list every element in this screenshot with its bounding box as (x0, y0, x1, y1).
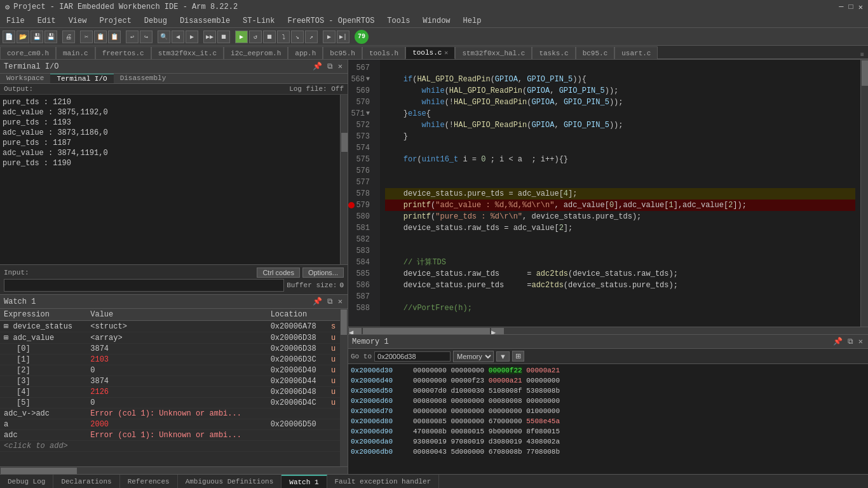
code-line[interactable]: for(uint16_t i = 0 ; i < a ; i++){} (385, 154, 855, 165)
window-controls[interactable]: ─ □ ✕ (839, 3, 863, 12)
tab-usart[interactable]: usart.c (614, 46, 658, 59)
stop-btn[interactable]: ⏹ (217, 30, 230, 43)
ctrl-codes-btn[interactable]: Ctrl codes (257, 268, 300, 278)
minimize-btn[interactable]: ─ (839, 3, 843, 12)
watch-row[interactable]: [3]38740x20006D44u (0, 376, 340, 387)
debug-step-over-btn[interactable]: ⤵ (277, 30, 290, 43)
code-line[interactable] (385, 142, 855, 154)
watch-row[interactable]: [1]21030x20006D3Cu (0, 355, 340, 365)
code-hscroll-thumb[interactable] (363, 328, 490, 334)
code-line[interactable]: device_status.raw_tds = adc_value[2]; (385, 222, 855, 234)
tab-debug-log[interactable]: Debug Log (0, 475, 53, 489)
code-vscroll[interactable] (860, 60, 868, 327)
tab-core-cm0[interactable]: core_cm0.h (0, 46, 56, 59)
watch-hscroll[interactable] (0, 466, 348, 474)
menu-window[interactable]: Window (416, 15, 456, 27)
tab-bc95c[interactable]: bc95.c (576, 46, 615, 59)
code-line[interactable]: //vPortFree(h); (385, 302, 855, 314)
code-line[interactable] (385, 234, 855, 245)
new-file-btn[interactable]: 📄 (3, 30, 15, 43)
memory-type-select[interactable]: Memory (453, 351, 494, 362)
paste-btn[interactable]: 📋 (108, 30, 121, 43)
code-line[interactable]: if(HAL_GPIO_ReadPin(GPIOA, GPIO_PIN_5)){ (385, 74, 855, 85)
watch-row[interactable]: adcError (col 1): Unknown or ambi... (0, 430, 340, 441)
tab-stm32-it[interactable]: stm32f0xx_it.c (151, 46, 224, 59)
code-line[interactable]: device_status.pure_tds =adc2tds(device_s… (385, 280, 855, 291)
redo-btn[interactable]: ↪ (140, 30, 153, 43)
debug-run-btn[interactable]: ▶ (323, 30, 336, 43)
watch-row[interactable]: adc_v->adcError (col 1): Unknown or ambi… (0, 409, 340, 419)
code-line[interactable]: while(HAL_GPIO_ReadPin(GPIOA, GPIO_PIN_5… (385, 85, 855, 97)
menu-disassemble[interactable]: Disassemble (173, 15, 236, 27)
tab-tasks[interactable]: tasks.c (532, 46, 575, 59)
watch-row[interactable]: [4]21260x20006D48u (0, 387, 340, 398)
menu-debug[interactable]: Debug (138, 15, 173, 27)
watch-row[interactable]: ⊞ device_status<struct>0x20006A78s (0, 321, 340, 332)
memory-address-input[interactable] (374, 351, 451, 362)
options-btn[interactable]: Options... (302, 268, 344, 278)
print-btn[interactable]: 🖨 (62, 30, 75, 43)
save-btn[interactable]: 💾 (31, 30, 43, 43)
code-line[interactable]: printf("adc_value : %d,%d,%d\r\n", adc_v… (385, 200, 855, 211)
terminal-float-btn[interactable]: ⧉ (326, 62, 334, 71)
terminal-pin-btn[interactable]: 📌 (311, 62, 323, 71)
tab-tools-h[interactable]: tools.h (362, 46, 405, 59)
menu-project[interactable]: Project (93, 15, 137, 27)
tab-disassembly[interactable]: Disassembly (114, 74, 173, 83)
code-line[interactable]: } (385, 131, 855, 142)
watch-row[interactable]: ⊞ adc_value<array>0x20006D38u (0, 332, 340, 344)
menu-file[interactable]: File (0, 15, 31, 27)
menu-stlink[interactable]: ST-Link (236, 15, 281, 27)
tab-workspace[interactable]: Workspace (0, 74, 50, 83)
nav-back-btn[interactable]: ◀ (172, 30, 184, 43)
watch-close-btn[interactable]: ✕ (337, 297, 344, 306)
watch-row[interactable]: a20000x20006D50 (0, 419, 340, 430)
tab-watch1[interactable]: Watch 1 (281, 475, 327, 489)
code-line[interactable]: while(!HAL_GPIO_ReadPin(GPIOA, GPIO_PIN_… (385, 97, 855, 108)
debug-run-cursor-btn[interactable]: ▶| (337, 30, 349, 43)
tab-declarations[interactable]: Declarations (53, 475, 119, 489)
debug-reset-btn[interactable]: ↺ (249, 30, 262, 43)
terminal-scroll-thumb[interactable] (341, 133, 348, 152)
fold-marker[interactable]: ▼ (366, 74, 370, 85)
memory-close-btn[interactable]: ✕ (857, 337, 864, 346)
undo-btn[interactable]: ↩ (126, 30, 139, 43)
watch-scroll-thumb[interactable] (341, 309, 347, 335)
tab-hal[interactable]: stm32f0xx_hal.c (455, 46, 532, 59)
terminal-close-btn[interactable]: ✕ (337, 62, 344, 71)
watch-row[interactable]: [0]38740x20006D38u (0, 344, 340, 355)
save-all-btn[interactable]: 💾 (44, 30, 57, 43)
debug-stop-btn[interactable]: ⏹ (263, 30, 276, 43)
terminal-scrollbar[interactable] (340, 95, 348, 264)
open-file-btn[interactable]: 📂 (17, 30, 29, 43)
code-hscroll[interactable]: ◀ ▶ (348, 327, 868, 334)
tab-close-btn[interactable]: ✕ (444, 49, 448, 57)
nav-fwd-btn[interactable]: ▶ (186, 30, 198, 43)
find-btn[interactable]: 🔍 (158, 30, 170, 43)
code-hscroll-left[interactable]: ◀ (349, 328, 362, 334)
tab-tools-c[interactable]: tools.c ✕ (405, 46, 455, 59)
cut-btn[interactable]: ✂ (80, 30, 93, 43)
watch-row[interactable]: <click to add> (0, 441, 340, 452)
copy-btn[interactable]: 📋 (94, 30, 107, 43)
menu-tools[interactable]: Tools (381, 15, 416, 27)
close-btn[interactable]: ✕ (858, 3, 863, 12)
code-line[interactable] (385, 291, 855, 302)
tab-i2c[interactable]: i2c_eeprom.h (224, 46, 288, 59)
tab-references[interactable]: References (120, 475, 178, 489)
code-line[interactable] (385, 62, 855, 74)
tab-fault[interactable]: Fault exception handler (327, 475, 440, 489)
terminal-input-field[interactable] (4, 279, 284, 292)
code-content[interactable]: if(HAL_GPIO_ReadPin(GPIOA, GPIO_PIN_5)){… (380, 60, 860, 327)
watch-pin-btn[interactable]: 📌 (311, 297, 323, 306)
memory-nav-btn[interactable]: ⊞ (512, 351, 524, 362)
watch-row[interactable]: [5]00x20006D4Cu (0, 398, 340, 409)
watch-hscroll-thumb[interactable] (1, 468, 77, 474)
menu-freertos[interactable]: FreeRTOS - OpenRTOS (281, 15, 381, 27)
code-line[interactable]: while(!HAL_GPIO_ReadPin(GPIOA, GPIO_PIN_… (385, 119, 855, 131)
code-line[interactable]: printf("pure_tds : %d\r\n", device_statu… (385, 211, 855, 222)
code-line[interactable]: // 计算TDS (385, 257, 855, 268)
watch-float-btn[interactable]: ⧉ (326, 297, 334, 306)
menu-help[interactable]: Help (457, 15, 488, 27)
watch-vscroll[interactable] (340, 309, 348, 466)
